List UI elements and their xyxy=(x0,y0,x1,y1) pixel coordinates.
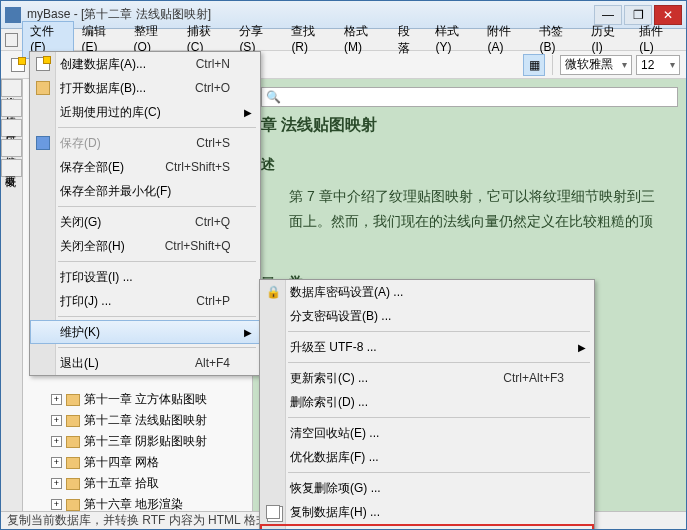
menu-历史(I)[interactable]: 历史(I) xyxy=(583,21,631,59)
menu-item-label: 创建数据库(A)... xyxy=(60,56,156,73)
menu-item[interactable]: 更新索引(C) ...Ctrl+Alt+F3 xyxy=(260,366,594,390)
folder-icon xyxy=(66,478,80,490)
blank-icon xyxy=(35,269,51,285)
menu-item[interactable]: 近期使用过的库(C)▶ xyxy=(30,100,260,124)
vtab-查找[interactable]: 查找 xyxy=(1,79,22,97)
submenu-arrow-icon: ▶ xyxy=(244,107,252,118)
menu-插件(L)[interactable]: 插件(L) xyxy=(631,21,682,59)
vtab-书签[interactable]: 书签 xyxy=(1,139,22,157)
tree-label: 第十五章 拾取 xyxy=(84,475,159,492)
menu-段落[interactable]: 段落 xyxy=(390,21,428,59)
menu-item[interactable]: 保存全部(E)Ctrl+Shift+S xyxy=(30,155,260,179)
menu-item[interactable]: 退出(L)Alt+F4 xyxy=(30,351,260,375)
blank-icon xyxy=(35,214,51,230)
menu-查找(R)[interactable]: 查找(R) xyxy=(283,21,336,59)
menu-item-label: 恢复删除项(G) ... xyxy=(290,480,564,497)
menu-item[interactable]: 打印设置(I) ... xyxy=(30,265,260,289)
menu-item[interactable]: 复制数据库并转换 RTF 为 HTML 格式 ... xyxy=(260,524,594,530)
search-box[interactable]: 🔍 xyxy=(261,87,678,107)
tb-new-icon[interactable] xyxy=(7,54,29,76)
tree-item[interactable]: +第十二章 法线贴图映射 xyxy=(23,410,252,431)
font-size-select[interactable]: 12 xyxy=(636,55,680,75)
folder-icon xyxy=(66,394,80,406)
app-menu-icon[interactable] xyxy=(5,33,18,47)
menu-样式(Y)[interactable]: 样式(Y) xyxy=(427,21,479,59)
expand-icon[interactable]: + xyxy=(51,436,62,447)
menu-item-label: 打印(J) ... xyxy=(60,293,156,310)
vertical-tabs: 查找标签日历书签概要 xyxy=(1,79,23,511)
menu-item[interactable]: 关闭(G)Ctrl+Q xyxy=(30,210,260,234)
menu-item-label: 清空回收站(E) ... xyxy=(290,425,564,442)
menu-item-label: 数据库密码设置(A) ... xyxy=(290,284,564,301)
vtab-标签[interactable]: 标签 xyxy=(1,99,22,117)
menu-item[interactable]: 关闭全部(H)Ctrl+Shift+Q xyxy=(30,234,260,258)
blank-icon xyxy=(265,425,281,441)
menu-item[interactable]: 保存全部并最小化(F) xyxy=(30,179,260,203)
blank-icon xyxy=(265,308,281,324)
menu-item-label: 保存全部并最小化(F) xyxy=(60,183,230,200)
menu-item[interactable]: 分支密码设置(B) ... xyxy=(260,304,594,328)
menu-item-label: 退出(L) xyxy=(60,355,155,372)
expand-icon[interactable]: + xyxy=(51,478,62,489)
menu-item[interactable]: 维护(K)▶ xyxy=(30,320,260,344)
menu-item[interactable]: 打印(J) ...Ctrl+P xyxy=(30,289,260,313)
menu-item-label: 更新索引(C) ... xyxy=(290,370,463,387)
tree-item[interactable]: +第十三章 阴影贴图映射 xyxy=(23,431,252,452)
blank-icon xyxy=(35,159,51,175)
expand-icon[interactable]: + xyxy=(51,394,62,405)
tree-item[interactable]: +第十四章 网格 xyxy=(23,452,252,473)
menu-item[interactable]: 创建数据库(A)...Ctrl+N xyxy=(30,52,260,76)
menu-shortcut: Alt+F4 xyxy=(195,356,230,370)
vtab-概要[interactable]: 概要 xyxy=(1,159,22,177)
doc-text: 第 7 章中介绍了纹理贴图映射，它可以将纹理细节映射到三 xyxy=(261,184,678,209)
tree-item[interactable]: +第十一章 立方体贴图映 xyxy=(23,389,252,410)
save-icon xyxy=(35,135,51,151)
menu-item[interactable]: 保存(D)Ctrl+S xyxy=(30,131,260,155)
file-menu: 创建数据库(A)...Ctrl+N打开数据库(B)...Ctrl+O近期使用过的… xyxy=(29,51,261,376)
menu-shortcut: Ctrl+Shift+Q xyxy=(165,239,231,253)
menu-shortcut: Ctrl+Shift+S xyxy=(165,160,230,174)
menu-格式(M)[interactable]: 格式(M) xyxy=(336,21,390,59)
menu-item[interactable]: 复制数据库(H) ... xyxy=(260,500,594,524)
menu-item[interactable]: 打开数据库(B)...Ctrl+O xyxy=(30,76,260,100)
new-icon xyxy=(35,56,51,72)
menu-item[interactable]: 删除索引(D) ... xyxy=(260,390,594,414)
menu-item-label: 关闭全部(H) xyxy=(60,238,125,255)
tree-label: 第十一章 立方体贴图映 xyxy=(84,391,207,408)
blank-icon xyxy=(265,480,281,496)
lock-icon: 🔒 xyxy=(265,284,281,300)
expand-icon[interactable]: + xyxy=(51,415,62,426)
menu-item-label: 打开数据库(B)... xyxy=(60,80,155,97)
blank-icon xyxy=(265,394,281,410)
blank-icon xyxy=(265,370,281,386)
menubar: 文件(F)编辑(E)整理(O)捕获(C)分享(S)查找(R)格式(M)段落样式(… xyxy=(1,29,686,51)
menu-item[interactable]: 🔒数据库密码设置(A) ... xyxy=(260,280,594,304)
menu-item[interactable]: 恢复删除项(G) ... xyxy=(260,476,594,500)
expand-icon[interactable]: + xyxy=(51,457,62,468)
blank-icon xyxy=(35,293,51,309)
menu-item-label: 分支密码设置(B) ... xyxy=(290,308,564,325)
expand-icon[interactable]: + xyxy=(51,499,62,510)
tree-item[interactable]: +第十五章 拾取 xyxy=(23,473,252,494)
folder-icon xyxy=(66,415,80,427)
tree-item[interactable]: +第十六章 地形渲染 xyxy=(23,494,252,511)
folder-icon xyxy=(66,436,80,448)
menu-item[interactable]: 清空回收站(E) ... xyxy=(260,421,594,445)
blank-icon xyxy=(265,449,281,465)
vtab-日历[interactable]: 日历 xyxy=(1,119,22,137)
menu-shortcut: Ctrl+Alt+F3 xyxy=(503,371,564,385)
menu-item[interactable]: 优化数据库(F) ... xyxy=(260,445,594,469)
menu-item[interactable]: 升级至 UTF-8 ...▶ xyxy=(260,335,594,359)
blank-icon xyxy=(35,238,51,254)
status-text: 复制当前数据库，并转换 RTF 内容为 HTML 格式，RT xyxy=(7,512,295,529)
menu-item-label: 维护(K) xyxy=(60,324,230,341)
tb-layout-icon[interactable]: ▦ xyxy=(523,54,545,76)
blank-icon xyxy=(265,339,281,355)
submenu-arrow-icon: ▶ xyxy=(244,327,252,338)
menu-item-label: 升级至 UTF-8 ... xyxy=(290,339,564,356)
doc-heading: 述 xyxy=(261,156,678,174)
menu-shortcut: Ctrl+Q xyxy=(195,215,230,229)
menu-shortcut: Ctrl+S xyxy=(196,136,230,150)
menu-item-label: 删除索引(D) ... xyxy=(290,394,564,411)
font-family-select[interactable]: 微软雅黑 xyxy=(560,55,632,75)
